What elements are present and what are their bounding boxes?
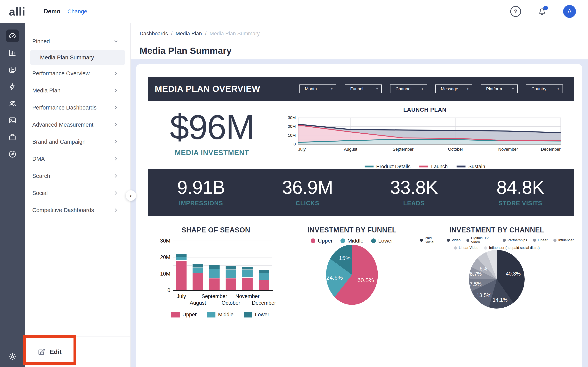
chevron-right-icon	[113, 71, 119, 76]
avatar[interactable]: A	[563, 5, 576, 18]
sidebar-item-performance-overview[interactable]: Performance Overview	[25, 65, 130, 82]
pie-slice-label: 6%	[479, 266, 487, 272]
legend-item: Upper	[311, 238, 332, 244]
shape-of-season-legend: UpperMiddleLower	[171, 312, 269, 318]
sidebar-item-media-plan-summary[interactable]: Media Plan Summary	[30, 50, 125, 65]
page-title: Media Plan Summary	[140, 45, 232, 56]
sidebar-item-brand-and-campaign[interactable]: Brand and Campaign	[25, 133, 130, 150]
legend-label: Product Details	[376, 164, 410, 169]
investment-by-funnel-title: INVESTMENT BY FUNNEL	[307, 226, 396, 234]
overview-row: $96M MEDIA INVESTMENT LAUNCH PLAN 010M20…	[148, 106, 574, 168]
legend-swatch	[207, 312, 216, 317]
svg-text:30M: 30M	[160, 238, 170, 244]
rail-item-discover[interactable]	[6, 148, 19, 161]
chevron-right-icon	[113, 105, 119, 110]
channel-legend: Paid SocialVideoDigital/CTV VideoPartner…	[420, 236, 574, 250]
kpi-label: LEADS	[403, 200, 425, 207]
pie-slice-label: 7.5%	[470, 281, 482, 287]
legend-dot	[503, 239, 506, 242]
rail-item-analytics[interactable]	[6, 46, 19, 59]
funnel-pie: 60.5%24.6%15%	[326, 245, 378, 305]
sidebar-item-advanced-measurement[interactable]: Advanced Measurement	[25, 116, 130, 133]
lightning-icon	[8, 82, 17, 91]
investment-by-channel-title: INVESTMENT BY CHANNEL	[449, 226, 544, 234]
edit-button[interactable]: Edit	[25, 336, 130, 367]
sidebar-item-search[interactable]: Search	[25, 167, 130, 184]
sidebar-item-label: Performance Overview	[32, 70, 90, 77]
sidebar-item-label: Advanced Measurement	[32, 122, 93, 128]
legend-label: Sustain	[468, 164, 485, 169]
filter-channel[interactable]: Channel▾	[390, 84, 427, 93]
rail-item-dashboards[interactable]	[6, 30, 19, 42]
legend-swatch	[171, 312, 180, 317]
breadcrumb-item[interactable]: Dashboards	[140, 31, 168, 37]
legend-item: Upper	[171, 312, 197, 318]
kpi-label: STORE VISITS	[499, 200, 542, 207]
legend-item: Middle	[207, 312, 234, 318]
legend-swatch-line	[457, 166, 466, 167]
kpi-label: IMPRESSIONS	[179, 200, 223, 207]
filter-label: Funnel	[350, 86, 363, 92]
media-investment-value: $96M	[170, 110, 254, 144]
filter-row: Month▾Funnel▾Channel▾Message▾Platform▾Co…	[299, 84, 563, 93]
filter-label: Platform	[486, 86, 502, 92]
sidebar-section-pinned[interactable]: Pinned	[25, 34, 130, 48]
legend-item: Partnerships	[503, 236, 527, 244]
legend-label: Upper	[182, 312, 197, 318]
kpi-value: 33.8K	[390, 178, 438, 197]
kpi-impressions: 9.91BIMPRESSIONS	[148, 178, 254, 207]
help-icon[interactable]: ?	[510, 6, 521, 17]
legend-item: Linear Video	[454, 246, 478, 250]
legend-dot	[454, 246, 457, 250]
filter-platform[interactable]: Platform▾	[481, 84, 518, 93]
launch-plan-title: LAUNCH PLAN	[403, 106, 446, 113]
chevron-right-icon	[113, 207, 119, 213]
svg-text:December: December	[541, 147, 561, 152]
sidebar-item-performance-dashboards[interactable]: Performance Dashboards	[25, 99, 130, 116]
legend-label: Middle	[218, 312, 234, 318]
sidebar-collapse-button[interactable]: ‹	[126, 190, 136, 201]
sidebar-item-media-plan[interactable]: Media Plan	[25, 82, 130, 99]
kpi-value: 36.9M	[282, 178, 333, 197]
change-workspace-link[interactable]: Change	[68, 8, 87, 15]
filter-country[interactable]: Country▾	[526, 84, 563, 93]
legend-item: Digital/CTV Video	[467, 236, 497, 244]
kpi-clicks: 36.9MCLICKS	[254, 178, 361, 207]
rail-item-commerce[interactable]	[6, 131, 19, 144]
rail-item-creative[interactable]	[6, 114, 19, 127]
topbar: alli Demo Change ? A	[0, 0, 588, 23]
legend-item: Launch	[419, 164, 448, 169]
legend-swatch-line	[419, 166, 428, 167]
chevron-right-icon	[113, 139, 119, 144]
app-root: alli Demo Change ? A	[0, 0, 588, 367]
pinned-label: Pinned	[32, 38, 50, 45]
legend-dot	[311, 238, 315, 243]
sidebar-item-social[interactable]: Social	[25, 184, 130, 201]
breadcrumb-item[interactable]: Media Plan	[176, 31, 202, 37]
breadcrumb-separator: /	[205, 31, 207, 37]
sidebar-item-competitive-dashboards[interactable]: Competitive Dashboards	[25, 201, 130, 219]
legend-label: Launch	[431, 164, 448, 169]
rail-item-automation[interactable]	[6, 80, 19, 93]
legend-dot	[420, 239, 423, 242]
svg-text:December: December	[252, 300, 276, 306]
notifications-button[interactable]	[537, 6, 547, 17]
filter-message[interactable]: Message▾	[435, 84, 472, 93]
channel-pie: 40.3%14.1%13.5%7.5%6.7%6%	[469, 250, 525, 309]
icon-rail	[0, 23, 25, 367]
sidebar-item-label: Media Plan	[32, 87, 61, 94]
rail-item-plans[interactable]	[6, 63, 19, 76]
svg-text:10M: 10M	[288, 133, 296, 137]
svg-text:0: 0	[294, 142, 296, 146]
media-investment-label: MEDIA INVESTMENT	[175, 149, 249, 157]
legend-label: Upper	[318, 238, 332, 244]
sidebar-item-dma[interactable]: DMA	[25, 150, 130, 167]
gear-icon	[8, 352, 17, 361]
topbar-divider	[35, 6, 35, 17]
pie-slice-label: 15%	[339, 255, 351, 261]
rail-item-settings[interactable]	[3, 347, 22, 367]
filter-funnel[interactable]: Funnel▾	[345, 84, 382, 93]
kpi-value: 9.91B	[177, 178, 225, 197]
filter-month[interactable]: Month▾	[299, 84, 336, 93]
rail-item-audiences[interactable]	[6, 97, 19, 110]
